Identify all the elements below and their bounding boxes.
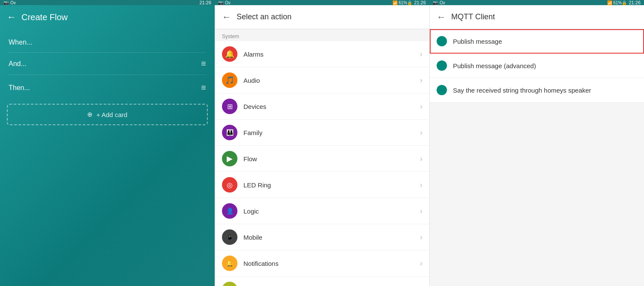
publish-advanced-icon — [437, 60, 447, 71]
panel1-title: Create Flow — [21, 12, 68, 22]
flow-label: Flow — [243, 155, 420, 163]
panel3-content: Publish message Publish message (advance… — [430, 29, 644, 286]
publish-message-icon — [437, 36, 447, 46]
panel2-content: System 🔔 Alarms › 🎵 Audio › ⊞ Devices › … — [215, 29, 429, 286]
action-item-flow[interactable]: ▶ Flow › — [215, 146, 429, 172]
say-received-label: Say the received string through homeys s… — [453, 87, 637, 94]
mobile-label: Mobile — [243, 234, 420, 241]
audio-label: Audio — [243, 77, 420, 84]
logic-label: Logic — [243, 208, 420, 215]
when-section[interactable]: When... — [0, 33, 215, 52]
family-label: Family — [243, 129, 420, 136]
panel2-title: Select an action — [237, 12, 292, 21]
panel1-header: ← Create Flow — [0, 5, 215, 29]
alarms-icon: 🔔 — [222, 46, 237, 62]
create-flow-panel: ← Create Flow When... And... ≡ Then... ≡… — [0, 5, 215, 286]
mobile-chevron: › — [420, 233, 422, 242]
say-received-icon — [437, 85, 447, 95]
family-chevron: › — [420, 128, 422, 137]
add-card-button[interactable]: ⊕ + Add card — [7, 104, 208, 125]
panel2-back-button[interactable]: ← — [222, 12, 231, 23]
panel1-back-button[interactable]: ← — [7, 12, 16, 23]
family-icon: 👪 — [222, 125, 237, 140]
action-item-notifications[interactable]: 🔔 Notifications › — [215, 250, 429, 277]
status-time-2: 21:26 — [414, 0, 426, 5]
devices-label: Devices — [243, 103, 420, 110]
flow-chevron: › — [420, 154, 422, 163]
then-section[interactable]: Then... ≡ — [0, 77, 215, 99]
logic-icon: 👤 — [222, 203, 237, 219]
add-card-plus-icon: ⊕ — [87, 111, 93, 118]
logic-chevron: › — [420, 207, 422, 216]
action-item-devices[interactable]: ⊞ Devices › — [215, 93, 429, 120]
and-label: And... — [9, 60, 27, 68]
action-item-family[interactable]: 👪 Family › — [215, 120, 429, 146]
select-action-panel: ← Select an action System 🔔 Alarms › 🎵 A… — [215, 5, 429, 286]
action-item-audio[interactable]: 🎵 Audio › — [215, 67, 429, 93]
action-item-alarms[interactable]: 🔔 Alarms › — [215, 41, 429, 67]
led-ring-icon: ◎ — [222, 177, 237, 193]
panel3-header: ← MQTT Client — [430, 5, 644, 29]
notifications-chevron: › — [420, 259, 422, 268]
status-time-3: 21:26 — [629, 0, 641, 5]
status-time-1: 21:26 — [199, 0, 211, 5]
publish-message-label: Publish message — [453, 38, 637, 45]
presence-icon: ● — [222, 282, 237, 286]
alarms-label: Alarms — [243, 51, 420, 58]
led-ring-chevron: › — [420, 181, 422, 190]
led-ring-label: LED Ring — [243, 181, 420, 189]
when-label: When... — [9, 39, 32, 46]
flow-icon: ▶ — [222, 151, 237, 166]
action-item-logic[interactable]: 👤 Logic › — [215, 198, 429, 224]
devices-chevron: › — [420, 102, 422, 111]
alarms-chevron: › — [420, 50, 422, 59]
action-item-mobile[interactable]: 📱 Mobile › — [215, 224, 429, 250]
action-item-led-ring[interactable]: ◎ LED Ring › — [215, 172, 429, 198]
audio-icon: 🎵 — [222, 72, 237, 88]
then-label: Then... — [9, 84, 30, 92]
action-item-presence[interactable]: ● Presence › — [215, 277, 429, 286]
mobile-icon: 📱 — [222, 229, 237, 245]
devices-icon: ⊞ — [222, 99, 237, 114]
section-system-label: System — [215, 29, 429, 41]
and-menu-icon: ≡ — [201, 59, 206, 69]
publish-advanced-label: Publish message (advanced) — [453, 62, 637, 69]
mqtt-item-say-received[interactable]: Say the received string through homeys s… — [430, 78, 644, 102]
then-menu-icon: ≡ — [201, 83, 206, 93]
notifications-icon: 🔔 — [222, 256, 237, 271]
panel3-back-button[interactable]: ← — [437, 12, 446, 23]
panel2-header: ← Select an action — [215, 5, 429, 29]
mqtt-item-publish-message[interactable]: Publish message — [430, 29, 644, 54]
add-card-label: + Add card — [96, 111, 127, 118]
mqtt-item-publish-advanced[interactable]: Publish message (advanced) — [430, 54, 644, 78]
notifications-label: Notifications — [243, 260, 420, 267]
panel3-title: MQTT Client — [451, 12, 495, 21]
audio-chevron: › — [420, 76, 422, 85]
and-section[interactable]: And... ≡ — [0, 53, 215, 75]
mqtt-client-panel: ← MQTT Client Publish message Publish me… — [429, 5, 644, 286]
